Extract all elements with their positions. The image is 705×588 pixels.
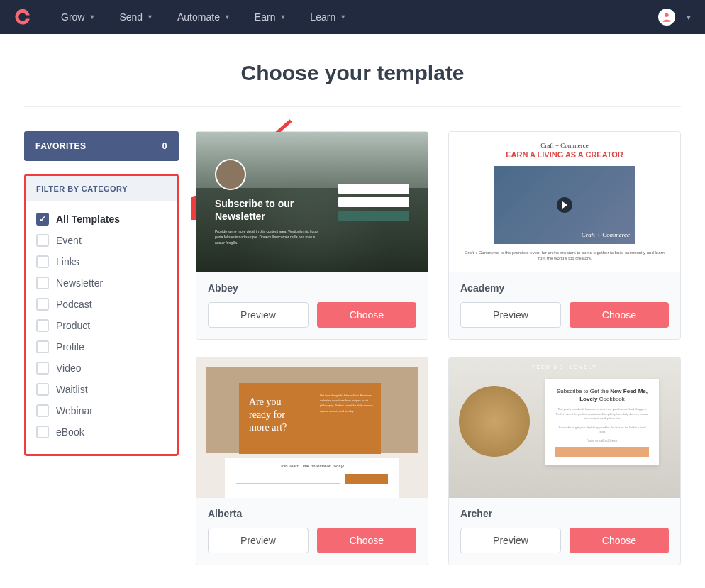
template-card-archer: FEED ME, LOVELY Subscribe to Get the New… [448,357,681,565]
nav-grow[interactable]: Grow▼ [61,11,95,23]
category-video[interactable]: Video [36,357,167,379]
checkbox-icon [36,404,49,417]
chevron-down-icon[interactable]: ▼ [685,13,692,21]
checkbox-icon [36,340,49,353]
sidebar: FAVORITES 0 FILTER BY CATEGORY All Templ… [24,131,179,456]
choose-button[interactable]: Choose [570,528,669,553]
checkbox-icon [36,277,49,289]
checkbox-icon [36,362,49,375]
chevron-down-icon: ▼ [89,13,95,21]
checkbox-icon [36,298,49,311]
preview-button[interactable]: Preview [460,528,561,553]
template-thumbnail[interactable]: Subscribe to our Newsletter Provide some… [196,132,428,272]
template-name: Archer [460,508,669,519]
nav-learn[interactable]: Learn▼ [310,11,346,23]
page-title: Choose your template [24,61,681,85]
category-product[interactable]: Product [36,315,167,336]
preview-button[interactable]: Preview [208,528,309,553]
favorites-bar[interactable]: FAVORITES 0 [24,131,179,161]
nav-send[interactable]: Send▼ [119,11,153,23]
template-card-academy: Craft + Commerce EARN A LIVING AS A CREA… [448,131,681,340]
checkbox-icon [36,234,49,247]
chevron-down-icon: ▼ [279,13,286,21]
category-webinar[interactable]: Webinar [36,400,167,421]
preview-button[interactable]: Preview [208,302,309,328]
divider [24,106,681,107]
logo[interactable] [13,7,33,27]
svg-point-0 [665,13,668,17]
checkbox-icon [36,255,49,268]
template-card-abbey: Subscribe to our Newsletter Provide some… [196,131,428,340]
category-newsletter[interactable]: Newsletter [36,272,167,294]
preview-button[interactable]: Preview [460,302,561,328]
favorites-label: FAVORITES [35,141,87,151]
checkbox-icon [36,383,49,396]
filter-panel: FILTER BY CATEGORY All Templates Event L… [24,174,179,456]
top-nav: Grow▼ Send▼ Automate▼ Earn▼ Learn▼ ▼ [0,0,705,34]
template-name: Alberta [208,508,416,519]
cookie-image [459,386,530,457]
template-thumbnail[interactable]: Are you ready for more art? Get free tho… [196,357,428,498]
checkbox-icon [36,213,49,226]
category-links[interactable]: Links [36,251,167,272]
play-icon [557,197,572,213]
choose-button[interactable]: Choose [570,302,669,328]
filter-heading: FILTER BY CATEGORY [26,176,177,201]
category-event[interactable]: Event [36,230,167,251]
avatar-image [215,159,246,190]
category-profile[interactable]: Profile [36,336,167,357]
nav-earn[interactable]: Earn▼ [255,11,287,23]
template-card-alberta: Are you ready for more art? Get free tho… [196,357,428,565]
subscribe-mock-button [555,447,649,457]
checkbox-icon [36,319,49,332]
nav-automate[interactable]: Automate▼ [177,11,231,23]
chevron-down-icon: ▼ [340,13,346,21]
checkbox-icon [36,426,49,438]
category-ebook[interactable]: eBook [36,421,167,443]
choose-button[interactable]: Choose [317,528,416,553]
favorites-count: 0 [162,141,167,151]
category-podcast[interactable]: Podcast [36,294,167,315]
video-preview: Craft + Commerce [494,166,635,244]
filter-category-list: All Templates Event Links Newsletter Pod… [26,201,177,454]
category-waitlist[interactable]: Waitlist [36,379,167,400]
choose-button[interactable]: Choose [317,302,416,328]
template-name: Abbey [208,282,416,294]
nav-items: Grow▼ Send▼ Automate▼ Earn▼ Learn▼ [61,11,658,23]
chevron-down-icon: ▼ [224,13,231,21]
template-thumbnail[interactable]: Craft + Commerce EARN A LIVING AS A CREA… [449,132,680,272]
category-all-templates[interactable]: All Templates [36,209,167,230]
template-grid: Subscribe to our Newsletter Provide some… [196,131,681,565]
template-name: Academy [460,282,669,294]
template-thumbnail[interactable]: FEED ME, LOVELY Subscribe to Get the New… [449,357,680,498]
user-avatar[interactable] [658,9,675,26]
chevron-down-icon: ▼ [147,13,153,21]
